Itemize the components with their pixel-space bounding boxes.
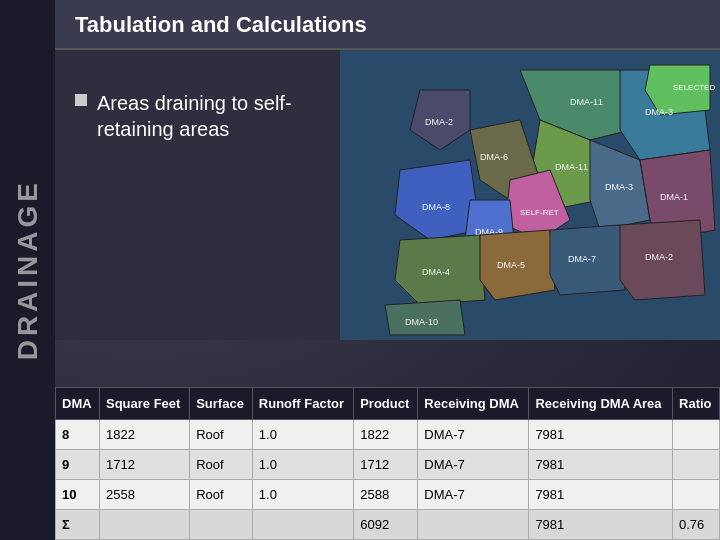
map-svg: DMA-11 DMA-3 DMA-11 DMA-3 DMA-1 DMA-6 DM… bbox=[340, 50, 720, 340]
table-cell: 8 bbox=[56, 420, 100, 450]
svg-text:DMA-3: DMA-3 bbox=[605, 182, 633, 192]
table-cell bbox=[673, 420, 720, 450]
table-cell: Σ bbox=[56, 510, 100, 540]
table-cell bbox=[252, 510, 353, 540]
table-cell: 1.0 bbox=[252, 450, 353, 480]
table-row: 81822Roof1.01822DMA-77981 bbox=[56, 420, 720, 450]
svg-text:SELF-RET: SELF-RET bbox=[520, 208, 559, 217]
table-cell: 1822 bbox=[354, 420, 418, 450]
page-title: Tabulation and Calculations bbox=[75, 12, 367, 37]
table-cell: 7981 bbox=[529, 480, 673, 510]
table-cell: DMA-7 bbox=[418, 450, 529, 480]
table-cell: 1.0 bbox=[252, 480, 353, 510]
table-cell: Roof bbox=[190, 480, 253, 510]
svg-text:SELECTED: SELECTED bbox=[673, 83, 715, 92]
table-cell: 1712 bbox=[99, 450, 189, 480]
table-cell: DMA-7 bbox=[418, 480, 529, 510]
sidebar-label-text: DRAINAGE bbox=[12, 179, 44, 360]
svg-text:DMA-3: DMA-3 bbox=[645, 107, 673, 117]
svg-text:DMA-4: DMA-4 bbox=[422, 267, 450, 277]
table-header-row: DMA Square Feet Surface Runoff Factor Pr… bbox=[56, 388, 720, 420]
table-row: 91712Roof1.01712DMA-77981 bbox=[56, 450, 720, 480]
bullet-section: Areas draining to self-retaining areas bbox=[75, 90, 355, 142]
table-cell: 9 bbox=[56, 450, 100, 480]
content-area: DMA-11 DMA-3 DMA-11 DMA-3 DMA-1 DMA-6 DM… bbox=[55, 50, 720, 340]
bullet-text: Areas draining to self-retaining areas bbox=[97, 90, 355, 142]
table-cell: Roof bbox=[190, 420, 253, 450]
table-cell bbox=[190, 510, 253, 540]
col-header-dma: DMA bbox=[56, 388, 100, 420]
table-cell: 2558 bbox=[99, 480, 189, 510]
table-cell: 7981 bbox=[529, 450, 673, 480]
table-cell: 6092 bbox=[354, 510, 418, 540]
bullet-item: Areas draining to self-retaining areas bbox=[75, 90, 355, 142]
svg-text:DMA-1: DMA-1 bbox=[660, 192, 688, 202]
svg-text:DMA-11: DMA-11 bbox=[570, 97, 603, 107]
sidebar-label: DRAINAGE bbox=[0, 0, 55, 540]
col-header-surface: Surface bbox=[190, 388, 253, 420]
col-header-product: Product bbox=[354, 388, 418, 420]
table-cell bbox=[418, 510, 529, 540]
col-header-factor: Runoff Factor bbox=[252, 388, 353, 420]
col-header-ratio: Ratio bbox=[673, 388, 720, 420]
table-cell: 10 bbox=[56, 480, 100, 510]
svg-text:DMA-8: DMA-8 bbox=[422, 202, 450, 212]
table-cell: 2588 bbox=[354, 480, 418, 510]
table-cell: DMA-7 bbox=[418, 420, 529, 450]
bullet-icon bbox=[75, 94, 87, 106]
map-area: DMA-11 DMA-3 DMA-11 DMA-3 DMA-1 DMA-6 DM… bbox=[340, 50, 720, 340]
col-header-recv-area: Receiving DMA Area bbox=[529, 388, 673, 420]
table-row: 102558Roof1.02588DMA-77981 bbox=[56, 480, 720, 510]
table-cell: 0.76 bbox=[673, 510, 720, 540]
table-cell bbox=[673, 480, 720, 510]
main-content: Tabulation and Calculations bbox=[55, 0, 720, 540]
table-section: DMA Square Feet Surface Runoff Factor Pr… bbox=[55, 387, 720, 540]
svg-text:DMA-10: DMA-10 bbox=[405, 317, 438, 327]
table-cell bbox=[673, 450, 720, 480]
col-header-sqft: Square Feet bbox=[99, 388, 189, 420]
svg-text:DMA-2: DMA-2 bbox=[645, 252, 673, 262]
table-cell: 7981 bbox=[529, 420, 673, 450]
table-cell: 1712 bbox=[354, 450, 418, 480]
table-cell: 1822 bbox=[99, 420, 189, 450]
table-cell bbox=[99, 510, 189, 540]
table-cell: 1.0 bbox=[252, 420, 353, 450]
title-section: Tabulation and Calculations bbox=[55, 0, 720, 50]
data-table: DMA Square Feet Surface Runoff Factor Pr… bbox=[55, 387, 720, 540]
svg-text:DMA-11: DMA-11 bbox=[555, 162, 588, 172]
table-row: Σ609279810.76 bbox=[56, 510, 720, 540]
svg-text:DMA-6: DMA-6 bbox=[480, 152, 508, 162]
table-cell: 7981 bbox=[529, 510, 673, 540]
svg-text:DMA-2: DMA-2 bbox=[425, 117, 453, 127]
table-cell: Roof bbox=[190, 450, 253, 480]
col-header-recv-dma: Receiving DMA bbox=[418, 388, 529, 420]
svg-text:DMA-7: DMA-7 bbox=[568, 254, 596, 264]
svg-text:DMA-5: DMA-5 bbox=[497, 260, 525, 270]
